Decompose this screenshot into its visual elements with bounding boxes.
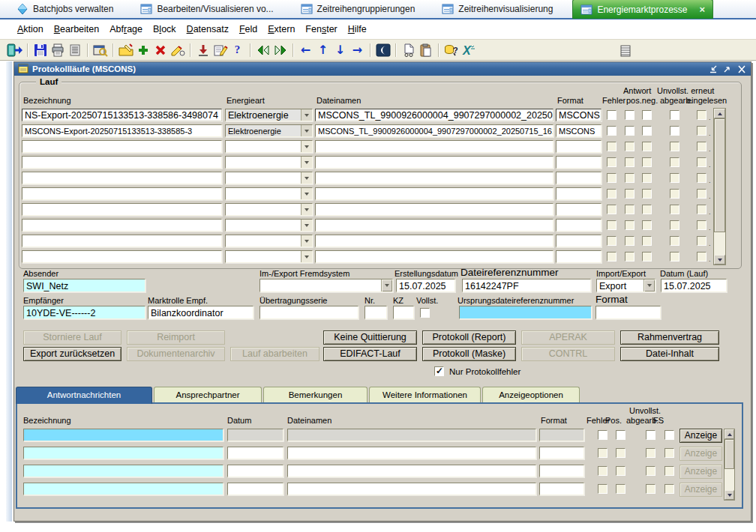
antwort-pos-checkbox[interactable]	[625, 252, 634, 262]
antwort-pos-checkbox[interactable]	[625, 110, 634, 120]
pos-checkbox[interactable]	[616, 466, 626, 476]
chevron-down-icon[interactable]	[301, 141, 312, 152]
antwort-neg-checkbox[interactable]	[642, 252, 652, 262]
save-icon[interactable]	[32, 42, 49, 58]
dateinamen-field[interactable]	[315, 219, 554, 232]
export-zurücksetzen-button[interactable]: Export zurücksetzen	[23, 347, 122, 361]
datei-inhalt-button[interactable]: Datei-Inhalt	[620, 347, 719, 361]
chevron-down-icon[interactable]	[644, 279, 655, 291]
cancel-query-icon[interactable]	[169, 42, 186, 58]
format-field[interactable]	[556, 156, 602, 169]
format-field[interactable]	[556, 172, 602, 184]
bezeichnung-field[interactable]	[23, 465, 224, 477]
unvollst-abgearb-checkbox[interactable]	[670, 110, 680, 120]
antwort-scrollbar[interactable]	[724, 429, 735, 501]
energieart-select[interactable]	[225, 187, 313, 200]
unvollst-abgearb-checkbox[interactable]	[670, 126, 680, 136]
tab-weitere-informationen[interactable]: Weitere Informationen	[369, 387, 481, 402]
bezeichnung-field[interactable]: NS-Export-20250715133513-338586-3498074	[22, 109, 222, 121]
erneut-eingelesen-checkbox[interactable]	[697, 173, 706, 183]
unvollst-abgearb-checkbox[interactable]	[670, 157, 680, 167]
app-tab-energiemarktprozesse[interactable]: Energiemarktprozesse×	[572, 0, 713, 19]
datum-field[interactable]	[227, 447, 284, 459]
protokoll-report-button[interactable]: Protokoll (Report)	[422, 330, 516, 345]
tab-ansprechpartner[interactable]: Ansprechpartner	[154, 387, 262, 402]
kz-field[interactable]	[393, 306, 414, 319]
fremdsystem-select[interactable]	[260, 279, 393, 292]
format-field[interactable]: MSCONS	[556, 109, 602, 121]
fehler-checkbox[interactable]	[598, 448, 608, 458]
app-tab-zeitreihengruppierungen[interactable]: Zeitreihengruppierungen	[293, 0, 423, 18]
abgearb-checkbox[interactable]	[646, 448, 656, 458]
bezeichnung-field[interactable]	[22, 156, 222, 169]
window-list-icon[interactable]	[374, 42, 392, 58]
dateinamen-field[interactable]	[315, 203, 554, 216]
delete-record-icon[interactable]	[152, 42, 169, 58]
antwort-pos-checkbox[interactable]	[625, 142, 634, 151]
bezeichnung-field[interactable]	[23, 447, 224, 459]
dateinamen-field[interactable]: MSCONS_TL_9900926000004_9907297000002_20…	[315, 124, 554, 137]
bezeichnung-field[interactable]	[23, 429, 224, 441]
lauf-scrollbar[interactable]	[713, 108, 726, 265]
dateinamen-field[interactable]	[287, 447, 536, 459]
menu-block[interactable]: Block	[148, 24, 182, 34]
protokoll-maske-button[interactable]: Protokoll (Maske)	[422, 347, 516, 361]
rahmenvertrag-button[interactable]: Rahmenvertrag	[620, 330, 719, 345]
dateireferenznummer-field[interactable]: 16142247PF	[462, 279, 591, 292]
antwort-neg-checkbox[interactable]	[642, 126, 652, 136]
fehler-checkbox[interactable]	[607, 205, 616, 214]
erneut-eingelesen-checkbox[interactable]	[697, 236, 706, 246]
app-tab-zeitreihenvisualisierung[interactable]: Zeitreihenvisualisierung	[434, 0, 560, 18]
unvollst-abgearb-checkbox[interactable]	[670, 220, 680, 230]
previous-block-icon[interactable]	[254, 42, 272, 58]
import-icon[interactable]	[194, 42, 212, 58]
fehler-checkbox[interactable]	[607, 173, 616, 183]
menu-feld[interactable]: Feld	[234, 24, 262, 34]
menu-aktion[interactable]: Aktion	[12, 24, 49, 34]
fehler-checkbox[interactable]	[607, 220, 616, 230]
bezeichnung-field[interactable]	[22, 250, 222, 263]
format-field[interactable]	[539, 465, 584, 477]
maximize-icon[interactable]	[722, 64, 733, 74]
menu-hilfe[interactable]: Hilfe	[343, 24, 372, 34]
fehler-checkbox[interactable]	[598, 466, 608, 476]
chevron-down-icon[interactable]	[301, 204, 312, 215]
chevron-down-icon[interactable]	[301, 125, 312, 136]
erneut-eingelesen-checkbox[interactable]	[697, 110, 706, 120]
close-icon[interactable]: ×	[700, 4, 706, 15]
format-field[interactable]	[539, 483, 584, 495]
dateinamen-field[interactable]	[315, 172, 554, 184]
paste-icon[interactable]	[417, 42, 434, 58]
restore-icon[interactable]	[707, 64, 718, 74]
print-icon[interactable]	[49, 42, 66, 58]
dateinamen-field[interactable]	[287, 483, 536, 495]
dateinamen-field[interactable]	[287, 465, 536, 477]
energieart-select[interactable]	[225, 156, 313, 169]
fehler-checkbox[interactable]	[607, 110, 616, 120]
erneut-eingelesen-checkbox[interactable]	[697, 157, 706, 167]
format-field[interactable]	[539, 429, 584, 441]
chevron-down-icon[interactable]	[301, 188, 312, 199]
unvollst-abgearb-checkbox[interactable]	[670, 205, 680, 214]
nr-field[interactable]	[364, 306, 387, 319]
import-export-select[interactable]: Export	[596, 279, 656, 292]
bezeichnung-field[interactable]	[22, 172, 222, 184]
menu-bearbeiten[interactable]: Bearbeiten	[49, 24, 104, 34]
erneut-eingelesen-checkbox[interactable]	[697, 252, 706, 262]
energieart-select[interactable]	[225, 219, 313, 232]
erneut-eingelesen-checkbox[interactable]	[697, 189, 706, 199]
edit-icon[interactable]	[212, 42, 229, 58]
dateinamen-field[interactable]	[315, 187, 554, 200]
energieart-select[interactable]	[225, 172, 313, 184]
format-field[interactable]	[556, 203, 602, 216]
antwort-pos-checkbox[interactable]	[625, 126, 634, 136]
bezeichnung-field[interactable]	[22, 140, 222, 153]
fehler-checkbox[interactable]	[607, 189, 616, 199]
nur-protokollfehler-checkbox[interactable]	[434, 366, 444, 376]
antwort-pos-checkbox[interactable]	[625, 220, 634, 230]
energieart-select[interactable]	[225, 203, 313, 216]
exit-icon[interactable]	[6, 42, 23, 58]
abgearb-checkbox[interactable]	[646, 430, 656, 440]
erneut-eingelesen-checkbox[interactable]	[697, 126, 706, 136]
antwort-neg-checkbox[interactable]	[642, 142, 652, 151]
